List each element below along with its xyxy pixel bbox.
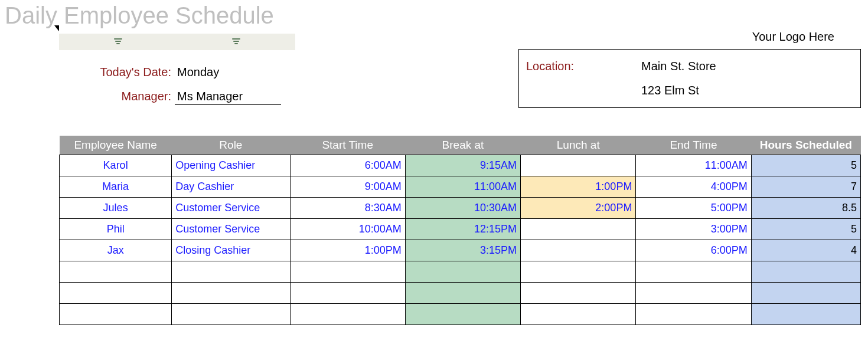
cell-lunch[interactable] xyxy=(521,240,636,261)
cell-role[interactable]: Day Cashier xyxy=(172,176,290,197)
cell-role[interactable]: Opening Cashier xyxy=(172,155,290,176)
location-address: 123 Elm St xyxy=(641,84,699,97)
cell-hours[interactable]: 4 xyxy=(751,240,860,261)
corner-mark-icon xyxy=(54,25,59,31)
manager-row: Manager: Ms Manager xyxy=(59,90,390,105)
location-name: Main St. Store xyxy=(641,60,716,73)
cell-start[interactable]: 6:00AM xyxy=(290,155,405,176)
filter-slot-2[interactable] xyxy=(177,34,295,50)
cell-break[interactable]: 12:15PM xyxy=(405,218,520,240)
cell-name[interactable] xyxy=(60,261,172,282)
cell-name[interactable] xyxy=(60,282,172,303)
cell-lunch[interactable] xyxy=(521,282,636,303)
cell-end[interactable]: 5:00PM xyxy=(636,197,751,218)
cell-name[interactable]: Karol xyxy=(60,155,172,176)
header-name: Employee Name xyxy=(60,136,172,155)
cell-lunch[interactable]: 1:00PM xyxy=(521,176,636,197)
table-row: KarolOpening Cashier6:00AM9:15AM11:00AM5 xyxy=(60,155,861,176)
cell-lunch[interactable] xyxy=(521,218,636,240)
filter-icon xyxy=(232,38,240,46)
cell-hours[interactable]: 5 xyxy=(751,218,860,240)
cell-role[interactable] xyxy=(172,261,290,282)
header-start: Start Time xyxy=(290,136,405,155)
table-row-empty xyxy=(60,303,861,324)
table-header-row: Employee Name Role Start Time Break at L… xyxy=(60,136,861,155)
cell-hours[interactable]: 8.5 xyxy=(751,197,860,218)
cell-hours[interactable]: 5 xyxy=(751,155,860,176)
cell-end[interactable]: 11:00AM xyxy=(636,155,751,176)
filter-icon xyxy=(114,38,122,46)
cell-end[interactable]: 3:00PM xyxy=(636,218,751,240)
cell-end[interactable] xyxy=(636,303,751,324)
location-box: Location: Main St. Store 123 Elm St xyxy=(518,49,861,108)
cell-end[interactable]: 6:00PM xyxy=(636,240,751,261)
header-hours: Hours Scheduled xyxy=(751,136,860,155)
cell-lunch[interactable]: 2:00PM xyxy=(521,197,636,218)
cell-lunch[interactable] xyxy=(521,155,636,176)
cell-hours[interactable] xyxy=(751,303,860,324)
manager-value[interactable]: Ms Manager xyxy=(175,90,281,105)
cell-name[interactable]: Jax xyxy=(60,240,172,261)
cell-hours[interactable]: 7 xyxy=(751,176,860,197)
cell-start[interactable]: 1:00PM xyxy=(290,240,405,261)
cell-lunch[interactable] xyxy=(521,261,636,282)
table-row-empty xyxy=(60,261,861,282)
cell-start[interactable]: 10:00AM xyxy=(290,218,405,240)
cell-break[interactable] xyxy=(405,303,520,324)
cell-break[interactable] xyxy=(405,261,520,282)
info-left: Today's Date: Monday Manager: Ms Manager xyxy=(59,61,390,105)
table-row: JaxClosing Cashier1:00PM3:15PM6:00PM4 xyxy=(60,240,861,261)
schedule-table: Employee Name Role Start Time Break at L… xyxy=(59,136,861,325)
cell-role[interactable]: Closing Cashier xyxy=(172,240,290,261)
cell-role[interactable] xyxy=(172,282,290,303)
table-row: PhilCustomer Service10:00AM12:15PM3:00PM… xyxy=(60,218,861,240)
cell-name[interactable] xyxy=(60,303,172,324)
cell-hours[interactable] xyxy=(751,261,860,282)
cell-break[interactable]: 3:15PM xyxy=(405,240,520,261)
cell-start[interactable]: 8:30AM xyxy=(290,197,405,218)
header-role: Role xyxy=(172,136,290,155)
cell-break[interactable] xyxy=(405,282,520,303)
location-spacer xyxy=(526,84,641,97)
cell-end[interactable] xyxy=(636,261,751,282)
table-row-empty xyxy=(60,282,861,303)
cell-end[interactable]: 4:00PM xyxy=(636,176,751,197)
filter-bar xyxy=(59,34,295,50)
cell-break[interactable]: 11:00AM xyxy=(405,176,520,197)
header-break: Break at xyxy=(405,136,520,155)
cell-end[interactable] xyxy=(636,282,751,303)
cell-start[interactable] xyxy=(290,282,405,303)
header-lunch: Lunch at xyxy=(521,136,636,155)
table-row: JulesCustomer Service8:30AM10:30AM2:00PM… xyxy=(60,197,861,218)
cell-role[interactable]: Customer Service xyxy=(172,197,290,218)
cell-name[interactable]: Phil xyxy=(60,218,172,240)
date-label: Today's Date: xyxy=(59,65,175,79)
cell-start[interactable]: 9:00AM xyxy=(290,176,405,197)
cell-hours[interactable] xyxy=(751,282,860,303)
cell-lunch[interactable] xyxy=(521,303,636,324)
cell-name[interactable]: Maria xyxy=(60,176,172,197)
date-value: Monday xyxy=(175,65,219,79)
logo-placeholder: Your Logo Here xyxy=(752,30,834,44)
cell-break[interactable]: 10:30AM xyxy=(405,197,520,218)
cell-break[interactable]: 9:15AM xyxy=(405,155,520,176)
date-row: Today's Date: Monday xyxy=(59,65,390,79)
location-label: Location: xyxy=(526,60,641,73)
cell-name[interactable]: Jules xyxy=(60,197,172,218)
header-end: End Time xyxy=(636,136,751,155)
cell-role[interactable] xyxy=(172,303,290,324)
cell-start[interactable] xyxy=(290,303,405,324)
cell-role[interactable]: Customer Service xyxy=(172,218,290,240)
table-row: MariaDay Cashier9:00AM11:00AM1:00PM4:00P… xyxy=(60,176,861,197)
filter-slot-1[interactable] xyxy=(59,34,177,50)
page-title: Daily Employee Schedule xyxy=(0,0,868,34)
manager-label: Manager: xyxy=(59,90,175,103)
cell-start[interactable] xyxy=(290,261,405,282)
